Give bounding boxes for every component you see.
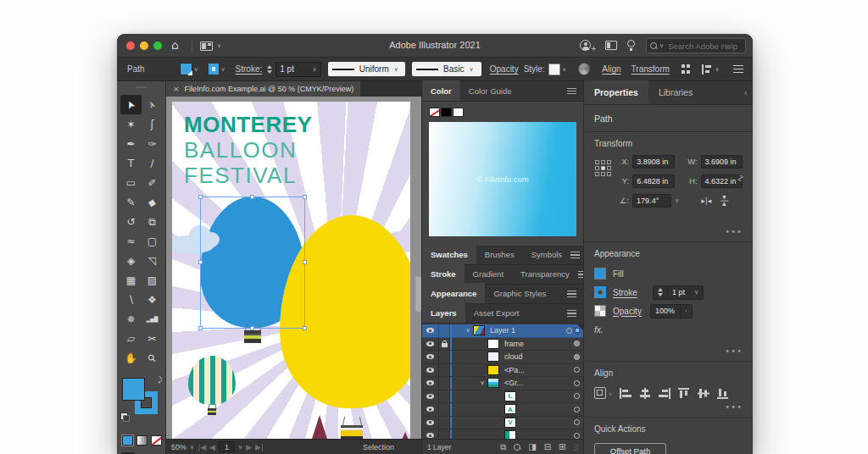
perspective-grid-tool[interactable]: ◹ [142,251,163,270]
target-circle-icon[interactable] [574,393,580,399]
zoom-level[interactable]: 50% [171,443,186,451]
align-bottom-icon[interactable] [717,388,729,399]
more-options-icon[interactable]: ••• [594,335,743,361]
chevron-down-icon[interactable]: ∨ [220,66,225,73]
align-left-icon[interactable] [620,388,632,399]
layer-thumbnail[interactable] [504,430,516,439]
artboard-tool[interactable]: ▱ [120,329,142,348]
tab-brushes[interactable]: Brushes [476,244,523,264]
visibility-eye-icon[interactable] [422,364,439,377]
target-circle-icon[interactable] [574,433,580,439]
layer-thumbnail[interactable] [487,378,499,388]
pen-tool[interactable]: ✒ [120,134,142,153]
type-tool[interactable]: T [120,153,142,173]
lock-toggle[interactable] [439,390,450,403]
shape-builder-tool[interactable]: ◈ [120,251,142,270]
artboard-number-field[interactable]: 1 [219,441,235,452]
layer-name[interactable]: Layer 1 [490,326,515,335]
align-panel-link[interactable]: Align [602,64,620,74]
layer-row-frame[interactable]: frame [422,338,583,352]
lock-toggle[interactable] [439,351,450,363]
last-artboard-icon[interactable]: ▶| [255,443,264,451]
stroke-swatch[interactable] [594,286,606,298]
panel-menu-icon[interactable] [567,310,576,317]
flip-horizontal-icon[interactable]: ▸|◂ [701,197,711,205]
chevron-down-icon[interactable]: ∨ [562,66,566,73]
slice-tool[interactable]: ✂ [142,329,163,348]
chevron-down-icon[interactable]: ∨ [675,197,679,204]
swap-fill-stroke-icon[interactable]: ⤸ [158,376,162,385]
striped-balloon[interactable] [188,356,236,405]
more-options-icon[interactable]: ••• [594,225,743,241]
account-icon[interactable] [580,40,591,51]
x-field[interactable]: 3.8908 in [632,155,674,169]
layer-thumbnail[interactable] [487,365,499,375]
locate-object-icon[interactable] [514,444,520,451]
chevron-down-icon[interactable]: ∨ [609,390,612,396]
expand-chevron-icon[interactable]: ∨ [477,379,487,386]
recolor-artwork-icon[interactable] [578,63,590,75]
rectangle-tool[interactable]: ▭ [120,173,142,192]
opacity-control[interactable]: 100% › [650,304,693,318]
y-field[interactable]: 6.4828 in [632,174,674,188]
w-field[interactable]: 3.6909 in [701,155,743,169]
selection-handle[interactable] [198,195,203,199]
align-center-vertical-icon[interactable] [698,388,709,399]
tab-swatches[interactable]: Swatches [422,244,476,264]
target-circle-icon[interactable] [574,407,580,412]
hand-tool[interactable]: ✋ [120,348,142,368]
opacity-link[interactable]: Opacity [490,64,519,74]
tab-properties[interactable]: Properties [584,80,648,104]
visibility-eye-icon[interactable] [422,403,439,416]
align-right-icon[interactable] [659,388,670,399]
layer-row-layer-1[interactable]: ∨Layer 1 [422,324,583,338]
visibility-eye-icon[interactable] [422,377,439,390]
layer-row[interactable]: A [422,403,583,417]
layer-row[interactable] [422,429,583,439]
first-artboard-icon[interactable]: |◀ [198,443,206,451]
selection-handle[interactable] [250,326,254,330]
lock-toggle[interactable] [439,417,450,429]
tab-color-guide[interactable]: Color Guide [460,80,520,101]
line-segment-tool[interactable]: ∕ [142,153,163,173]
close-tab-icon[interactable]: × [173,85,180,93]
tab-color[interactable]: Color [422,80,460,101]
tab-transparency[interactable]: Transparency [512,263,578,284]
white-swatch[interactable] [453,108,464,117]
shaper-tool[interactable]: ✎ [120,192,142,212]
scroll-up-icon[interactable]: ∧ [743,90,748,97]
chevron-down-icon[interactable]: ∨ [238,444,242,451]
zoom-tool[interactable]: ⚲ [142,348,163,368]
transform-panel-link[interactable]: Transform [632,64,670,74]
selection-handle[interactable] [303,195,307,199]
direct-selection-tool[interactable]: ➢ [142,95,163,114]
layer-name[interactable]: <Gr... [504,379,523,387]
tab-symbols[interactable]: Symbols [523,244,570,264]
stroke-panel-link[interactable]: Stroke: [236,64,263,74]
layer-row--pa-[interactable]: <Pa... [422,364,583,378]
share-document-icon[interactable] [605,41,617,50]
gradient-tool[interactable]: ▨ [142,270,163,290]
graphic-style-swatch[interactable] [548,64,560,75]
selection-handle[interactable] [303,326,307,330]
visibility-eye-icon[interactable] [422,417,439,429]
effects-fx-button[interactable]: fx. [594,320,743,335]
symbol-sprayer-tool[interactable]: ✵ [120,309,142,329]
selection-handle[interactable] [198,260,203,264]
target-circle-icon[interactable] [574,367,580,373]
offset-path-button[interactable]: Offset Path [594,443,666,454]
column-graph-tool[interactable]: ▂▅█ [142,309,163,329]
align-center-horizontal-icon[interactable] [639,388,651,399]
blend-tool[interactable]: ❖ [142,290,163,309]
constrain-proportions-icon[interactable]: ∿ [734,174,746,183]
layer-name[interactable]: cloud [504,352,523,361]
visibility-eye-icon[interactable] [422,351,439,363]
fill-swatch[interactable] [594,268,606,280]
tab-asset-export[interactable]: Asset Export [465,302,528,323]
layer-row[interactable]: L [422,390,583,404]
mesh-tool[interactable]: ▦ [120,270,142,290]
layer-name[interactable]: frame [504,340,524,348]
toolbar-drag-handle[interactable] [136,86,147,88]
selection-bounding-box[interactable] [200,197,305,329]
visibility-eye-icon[interactable] [422,390,439,403]
